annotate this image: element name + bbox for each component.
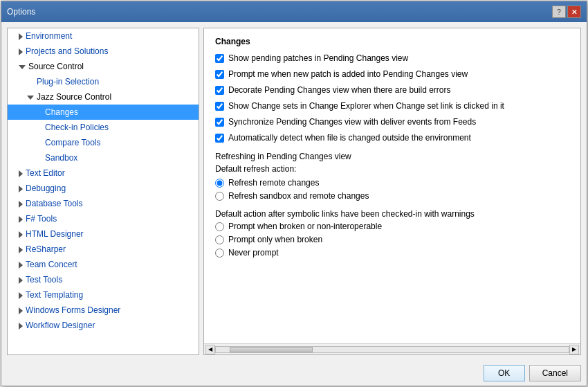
radio-r2[interactable]: [215, 192, 224, 201]
expand-icon: [19, 246, 23, 253]
refresh-section-title: Refreshing in Pending Changes view: [215, 152, 569, 161]
tree-item-windows-forms-designer[interactable]: Windows Forms Designer: [8, 303, 199, 318]
radio-sym-s3[interactable]: [215, 249, 224, 258]
ok-button[interactable]: OK: [484, 365, 525, 381]
checkbox-cb2[interactable]: [215, 70, 224, 79]
checkbox-row-cb2: Prompt me when new patch is added into P…: [215, 69, 569, 80]
radio-label-r1: Refresh remote changes: [228, 178, 319, 188]
options-dialog: Options ? ✕ EnvironmentProjects and Solu…: [1, 1, 587, 386]
cancel-button[interactable]: Cancel: [529, 365, 581, 381]
tree-item-changes[interactable]: Changes: [8, 105, 199, 120]
radio-label-sym-s2: Prompt only when broken: [228, 235, 322, 244]
tree-item-label: Jazz Source Control: [37, 92, 111, 102]
radio-sym-s2[interactable]: [215, 235, 224, 244]
refresh-section-subtitle: Default refresh action:: [215, 164, 569, 174]
symbolic-section: Default action after symbolic links have…: [215, 209, 569, 258]
dialog-footer: OK Cancel: [1, 361, 587, 386]
symbolic-radios: Prompt when broken or non-interoperableP…: [215, 222, 569, 258]
tree-item-link[interactable]: Workflow Designer: [26, 321, 95, 330]
tree-item-workflow-designer[interactable]: Workflow Designer: [8, 318, 199, 333]
tree-item-link[interactable]: Text Editor: [26, 168, 65, 178]
tree-item-link[interactable]: Team Concert: [26, 260, 77, 269]
tree-item-text-editor[interactable]: Text Editor: [8, 165, 199, 181]
collapse-icon: [19, 65, 26, 69]
checkbox-cb3[interactable]: [215, 86, 224, 95]
expand-icon: [19, 307, 23, 314]
dialog-body: EnvironmentProjects and SolutionsSource …: [1, 22, 587, 361]
horizontal-scrollbar[interactable]: ◀ ▶: [204, 343, 580, 354]
title-bar-buttons: ? ✕: [552, 6, 581, 18]
tree-item-debugging[interactable]: Debugging: [8, 181, 199, 196]
radio-label-sym-s1: Prompt when broken or non-interoperable: [228, 222, 382, 231]
close-button[interactable]: ✕: [567, 6, 581, 18]
checkboxes-container: Show pending patches in Pending Changes …: [215, 53, 569, 143]
tree-item-resharper[interactable]: ReSharper: [8, 242, 199, 257]
checkbox-label-cb1: Show pending patches in Pending Changes …: [228, 53, 408, 64]
tree-item-check-in-policies[interactable]: Check-in Policies: [8, 120, 199, 135]
tree-item-link[interactable]: Projects and Solutions: [26, 46, 108, 56]
tree-item-jazz-source-control[interactable]: Jazz Source Control: [8, 89, 199, 105]
tree-item-fsharp-tools[interactable]: F# Tools: [8, 211, 199, 226]
radio-label-r2: Refresh sandbox and remote changes: [228, 191, 369, 201]
radio-row-sym-s2: Prompt only when broken: [215, 235, 569, 244]
checkbox-label-cb3: Decorate Pending Changes view when there…: [228, 85, 451, 96]
expand-icon: [19, 277, 23, 284]
checkbox-cb6[interactable]: [215, 134, 224, 143]
tree-item-team-concert[interactable]: Team Concert: [8, 257, 199, 272]
tree-item-link[interactable]: Compare Tools: [45, 138, 100, 147]
collapse-icon: [27, 96, 34, 100]
tree-item-projects-solutions[interactable]: Projects and Solutions: [8, 44, 199, 59]
tree-item-label: Changes: [45, 107, 78, 117]
checkbox-label-cb6: Automatically detect when file is change…: [228, 133, 471, 143]
checkbox-row-cb3: Decorate Pending Changes view when there…: [215, 85, 569, 96]
expand-icon: [19, 201, 23, 208]
tree-item-link[interactable]: Windows Forms Designer: [26, 305, 120, 315]
tree-item-link[interactable]: Sandbox: [45, 153, 77, 163]
scroll-thumb[interactable]: [230, 347, 313, 352]
checkbox-cb1[interactable]: [215, 54, 224, 63]
symbolic-section-title: Default action after symbolic links have…: [215, 209, 569, 219]
tree-item-link[interactable]: HTML Designer: [26, 229, 84, 239]
expand-icon: [19, 231, 23, 238]
scroll-track[interactable]: [215, 346, 569, 353]
tree-item-text-templating[interactable]: Text Templating: [8, 287, 199, 303]
tree-item-link[interactable]: Debugging: [26, 183, 66, 193]
tree-item-sandbox[interactable]: Sandbox: [8, 150, 199, 165]
radio-r1[interactable]: [215, 179, 224, 188]
tree-item-link[interactable]: Plug-in Selection: [37, 77, 99, 87]
tree-panel: EnvironmentProjects and SolutionsSource …: [7, 28, 199, 355]
tree-item-source-control[interactable]: Source Control: [8, 59, 199, 74]
title-bar: Options ? ✕: [1, 1, 587, 22]
tree-item-link[interactable]: Text Templating: [26, 290, 83, 300]
help-button[interactable]: ?: [552, 6, 566, 18]
refresh-radios: Refresh remote changesRefresh sandbox an…: [215, 178, 569, 201]
tree-item-link[interactable]: ReSharper: [26, 244, 66, 254]
tree-item-html-designer[interactable]: HTML Designer: [8, 226, 199, 242]
radio-sym-s1[interactable]: [215, 222, 224, 231]
checkbox-cb5[interactable]: [215, 118, 224, 127]
tree-item-link[interactable]: Test Tools: [26, 275, 62, 285]
tree-item-link[interactable]: F# Tools: [26, 214, 57, 224]
tree-item-environment[interactable]: Environment: [8, 28, 199, 44]
checkbox-label-cb4: Show Change sets in Change Explorer when…: [228, 101, 504, 111]
expand-icon: [19, 262, 23, 269]
tree-item-database-tools[interactable]: Database Tools: [8, 196, 199, 211]
checkbox-label-cb5: Synchronize Pending Changes view with de…: [228, 117, 476, 127]
tree-item-plugin-selection[interactable]: Plug-in Selection: [8, 74, 199, 89]
checkbox-row-cb6: Automatically detect when file is change…: [215, 133, 569, 143]
scroll-left-btn[interactable]: ◀: [205, 345, 215, 354]
expand-icon: [19, 170, 23, 177]
section-title: Changes: [215, 37, 569, 46]
checkbox-label-cb2: Prompt me when new patch is added into P…: [228, 69, 468, 80]
tree-item-test-tools[interactable]: Test Tools: [8, 272, 199, 287]
expand-icon: [19, 186, 23, 192]
tree-item-link[interactable]: Environment: [26, 31, 72, 41]
expand-icon: [19, 33, 23, 40]
refresh-section: Refreshing in Pending Changes view Defau…: [215, 152, 569, 201]
tree-item-link[interactable]: Check-in Policies: [45, 123, 109, 132]
checkbox-cb4[interactable]: [215, 102, 224, 111]
tree-item-compare-tools[interactable]: Compare Tools: [8, 135, 199, 150]
tree-item-link[interactable]: Database Tools: [26, 199, 83, 208]
scroll-right-btn[interactable]: ▶: [569, 345, 579, 354]
checkbox-row-cb5: Synchronize Pending Changes view with de…: [215, 117, 569, 127]
